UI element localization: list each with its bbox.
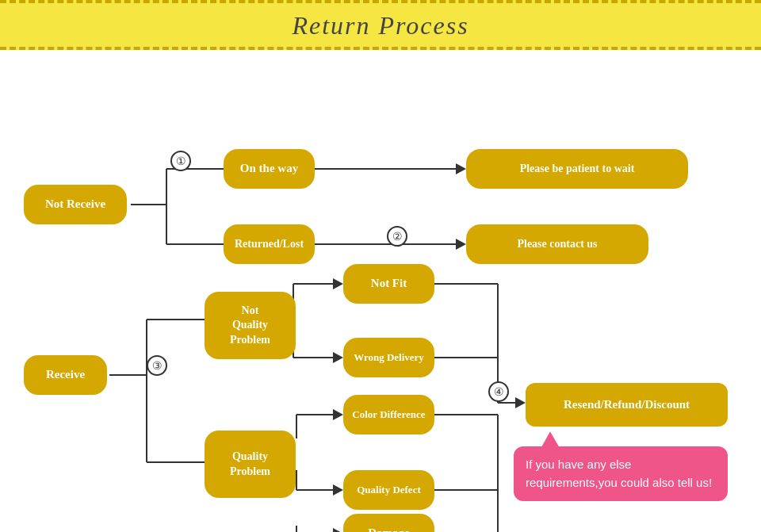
resend-node: Resend/Refund/Discount [526,383,728,427]
color-difference-node: Color Difference [343,395,434,434]
please-contact-node: Please contact us [466,224,648,264]
quality-defect-node: Quality Defect [343,470,434,510]
please-wait-node: Please be patient to wait [466,149,688,189]
damage-node: Damage [343,514,434,532]
svg-marker-17 [333,352,343,363]
not-quality-node: Not Quality Problem [205,292,296,359]
svg-marker-7 [456,239,466,250]
quality-problem-node: Quality Problem [205,431,296,498]
marker-4: ④ [488,381,509,402]
svg-marker-5 [456,163,466,174]
svg-marker-14 [333,278,343,289]
marker-2: ② [387,226,407,247]
on-the-way-node: On the way [224,149,315,189]
marker-1: ① [170,151,191,171]
not-fit-node: Not Fit [343,264,434,304]
main-content: Not Receive ① On the way Returned/Lost ②… [0,50,761,532]
svg-marker-29 [333,528,343,532]
page-title: Return Process [292,11,468,40]
svg-marker-38 [515,397,526,408]
wrong-delivery-node: Wrong Delivery [343,338,434,377]
svg-marker-23 [333,409,343,420]
marker-3: ③ [147,355,167,376]
returned-lost-node: Returned/Lost [224,224,315,264]
not-receive-node: Not Receive [24,185,127,224]
receive-node: Receive [24,355,107,395]
speech-bubble: If you have any else requirements,you co… [514,446,728,501]
page-header: Return Process [0,0,761,50]
svg-marker-26 [333,484,343,496]
